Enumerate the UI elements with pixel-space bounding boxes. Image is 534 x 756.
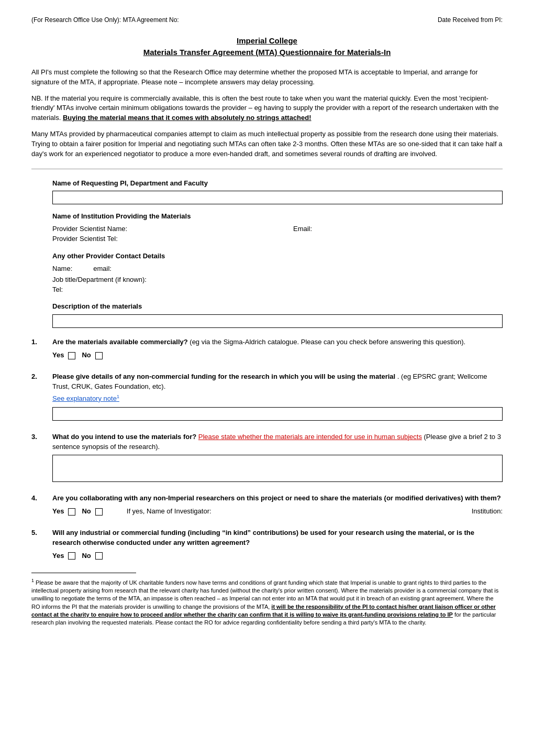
- question-1: 1. Are the materials available commercia…: [31, 337, 503, 360]
- form-section: Name of Requesting PI, Department and Fa…: [52, 179, 503, 328]
- desc-input[interactable]: [52, 314, 503, 328]
- q3-bold: What do you intend to use the materials …: [52, 433, 196, 441]
- q1-no-label: No: [82, 350, 91, 360]
- provider-tel-label: Provider Scientist Tel:: [52, 234, 262, 244]
- section-divider: [31, 169, 503, 169]
- q3-input[interactable]: [52, 455, 503, 482]
- header-bar: (For Research Office Use Only): MTA Agre…: [31, 16, 503, 25]
- q1-checkbox-row: Yes No: [52, 350, 503, 360]
- sub-title: Materials Transfer Agreement (MTA) Quest…: [31, 47, 503, 58]
- q4-yes-no: Yes No: [52, 507, 106, 517]
- q1-no-checkbox[interactable]: [95, 352, 103, 359]
- field1-label: Name of Requesting PI, Department and Fa…: [52, 179, 503, 189]
- q1-body: Are the materials available commercially…: [52, 337, 503, 360]
- q4-checkbox-row: Yes No If yes, Name of Investigator: Ins…: [52, 507, 503, 517]
- question-5: 5. Will any industrial or commercial fun…: [31, 528, 503, 561]
- q5-checkbox-row: Yes No: [52, 551, 503, 561]
- q2-num: 2.: [31, 372, 43, 421]
- contact-name-row: Name: email:: [52, 264, 503, 274]
- header-right: Date Received from PI:: [438, 16, 503, 25]
- q2-link[interactable]: See explanatory note1: [52, 395, 119, 402]
- q3-text: What do you intend to use the materials …: [52, 432, 503, 452]
- q2-text: Please give details of any non-commercia…: [52, 372, 503, 392]
- field2-label: Name of Institution Providing the Materi…: [52, 212, 503, 222]
- footnote: 1 Please be aware that the majority of U…: [31, 577, 503, 627]
- tel-label: Tel:: [52, 285, 503, 295]
- q3-body: What do you intend to use the materials …: [52, 432, 503, 483]
- q4-no-label: No: [82, 507, 91, 517]
- name-label: Name:: [52, 264, 72, 274]
- q4-text: Are you collaborating with any non-Imper…: [52, 494, 503, 503]
- q2-input[interactable]: [52, 407, 503, 421]
- intro-para2-bold: Buying the material means that it comes …: [63, 114, 312, 122]
- q4-num: 4.: [31, 494, 43, 517]
- questions-section: 1. Are the materials available commercia…: [31, 337, 503, 561]
- q2-body: Please give details of any non-commercia…: [52, 372, 503, 421]
- q1-normal: (eg via the Sigma-Aldrich catalogue. Ple…: [190, 338, 465, 346]
- q5-num: 5.: [31, 528, 43, 561]
- q2-bold: Please give details of any non-commercia…: [52, 372, 395, 380]
- q5-body: Will any industrial or commercial fundin…: [52, 528, 503, 561]
- q4-yes-checkbox[interactable]: [68, 508, 75, 516]
- provider-left: Provider Scientist Name: Provider Scient…: [52, 224, 262, 244]
- q1-num: 1.: [31, 337, 43, 360]
- q4-institution-label: Institution:: [472, 507, 503, 517]
- footnote-divider: [31, 573, 136, 573]
- provider-right: Email:: [293, 224, 503, 244]
- field1-input[interactable]: [52, 191, 503, 204]
- q5-bold: Will any industrial or commercial fundin…: [52, 529, 474, 546]
- header-left: (For Research Office Use Only): MTA Agre…: [31, 16, 179, 25]
- q4-body: Are you collaborating with any non-Imper…: [52, 494, 503, 517]
- q1-text: Are the materials available commercially…: [52, 337, 503, 347]
- main-title: Imperial College: [31, 35, 503, 47]
- q4-yes-label: Yes: [52, 507, 64, 517]
- q1-yes-label: Yes: [52, 350, 64, 360]
- q2-link-row: See explanatory note1: [52, 393, 503, 404]
- q5-yes-checkbox[interactable]: [68, 552, 75, 560]
- title-section: Imperial College Materials Transfer Agre…: [31, 35, 503, 58]
- question-3: 3. What do you intend to use the materia…: [31, 432, 503, 483]
- q4-investigator-label: If yes, Name of Investigator:: [127, 507, 212, 517]
- q1-yes-checkbox[interactable]: [68, 352, 75, 359]
- intro-para3: Many MTAs provided by pharmaceutical com…: [31, 129, 503, 159]
- question-4: 4. Are you collaborating with any non-Im…: [31, 494, 503, 517]
- other-contact-label: Any other Provider Contact Details: [52, 251, 503, 261]
- email-label: email:: [93, 264, 112, 274]
- q4-no-checkbox[interactable]: [95, 508, 103, 516]
- q5-no-checkbox[interactable]: [95, 552, 103, 560]
- q1-bold: Are the materials available commercially…: [52, 338, 188, 346]
- intro-para2: NB. If the material you require is comme…: [31, 94, 503, 124]
- other-contact-block: Any other Provider Contact Details Name:…: [52, 251, 503, 294]
- q3-link[interactable]: Please state whether the materials are i…: [198, 433, 422, 441]
- provider-email-label: Email:: [293, 224, 503, 234]
- q4-bold: Are you collaborating with any non-Imper…: [52, 494, 501, 502]
- q5-no-label: No: [82, 551, 91, 561]
- q5-text: Will any industrial or commercial fundin…: [52, 528, 503, 548]
- provider-contact: Provider Scientist Name: Provider Scient…: [52, 224, 503, 244]
- question-2: 2. Please give details of any non-commer…: [31, 372, 503, 421]
- q5-yes-label: Yes: [52, 551, 64, 561]
- q3-num: 3.: [31, 432, 43, 483]
- intro-para1: All PI's must complete the following so …: [31, 68, 503, 87]
- job-title-label: Job title/Department (if known):: [52, 275, 503, 285]
- footnote-sup: 1: [31, 578, 34, 583]
- desc-label: Description of the materials: [52, 302, 503, 312]
- provider-name-label: Provider Scientist Name:: [52, 224, 262, 234]
